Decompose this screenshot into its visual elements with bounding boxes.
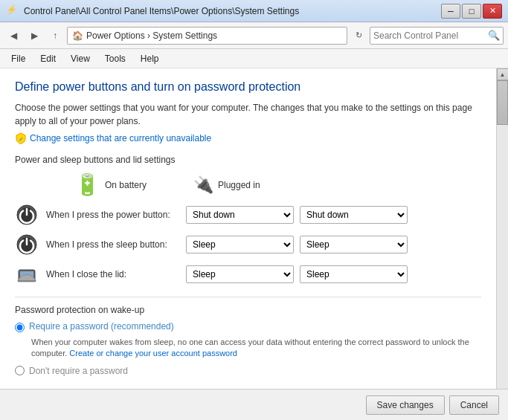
search-input[interactable] bbox=[373, 30, 486, 41]
up-button[interactable]: ↑ bbox=[46, 27, 64, 45]
sleep-button-icon bbox=[15, 233, 39, 256]
page-title: Define power buttons and turn on passwor… bbox=[15, 80, 481, 94]
require-password-radio[interactable] bbox=[15, 323, 25, 332]
power-section-title: Power and sleep buttons and lid settings bbox=[15, 155, 481, 165]
require-password-desc: When your computer wakes from sleep, no … bbox=[31, 337, 481, 360]
battery-label: On battery bbox=[105, 180, 147, 190]
maximize-button[interactable]: □ bbox=[462, 4, 481, 19]
power-button-row: When I press the power button: Do nothin… bbox=[15, 203, 481, 227]
menu-view[interactable]: View bbox=[64, 51, 97, 66]
title-bar-text: Control Panel\All Control Panel Items\Po… bbox=[24, 6, 299, 16]
no-password-option: Don't require a password bbox=[15, 366, 481, 376]
grid-header: 🔋 On battery 🔌 Plugged in bbox=[74, 172, 481, 197]
lid-row: When I close the lid: Do nothing Sleep H… bbox=[15, 262, 481, 286]
col-header-pluggedin: 🔌 Plugged in bbox=[193, 175, 312, 195]
search-icon: 🔍 bbox=[488, 30, 500, 41]
address-input[interactable]: 🏠 Power Options › System Settings bbox=[67, 27, 347, 45]
menu-help[interactable]: Help bbox=[134, 51, 166, 66]
password-section: Password protection on wake-up Require a… bbox=[15, 297, 481, 376]
require-password-option: Require a password (recommended) bbox=[15, 321, 481, 332]
menu-file[interactable]: File bbox=[4, 51, 32, 66]
battery-icon: 🔋 bbox=[74, 172, 100, 197]
sleep-button-pluggedin-select[interactable]: Do nothing Sleep Hibernate Shut down Tur… bbox=[300, 236, 408, 253]
pluggedin-icon: 🔌 bbox=[193, 175, 213, 195]
minimize-button[interactable]: ─ bbox=[441, 4, 460, 19]
breadcrumb-text: Power Options › System Settings bbox=[86, 30, 217, 41]
change-settings-link[interactable]: ✓ Change settings that are currently una… bbox=[15, 132, 481, 144]
scroll-track[interactable] bbox=[497, 80, 508, 408]
address-bar: ◀ ▶ ↑ 🏠 Power Options › System Settings … bbox=[0, 22, 508, 49]
power-button-label: When I press the power button: bbox=[46, 210, 180, 220]
change-link-text: Change settings that are currently unava… bbox=[30, 133, 211, 143]
description-text: Choose the power settings that you want … bbox=[15, 101, 481, 128]
close-button[interactable]: ✕ bbox=[483, 4, 502, 19]
lid-pluggedin-select[interactable]: Do nothing Sleep Hibernate Shut down Tur… bbox=[300, 265, 408, 283]
menu-tools[interactable]: Tools bbox=[98, 51, 132, 66]
col-header-battery: 🔋 On battery bbox=[74, 172, 193, 197]
cancel-button[interactable]: Cancel bbox=[449, 395, 499, 415]
password-section-title: Password protection on wake-up bbox=[15, 305, 481, 315]
sleep-button-row: When I press the sleep button: Do nothin… bbox=[15, 233, 481, 256]
breadcrumb-icon: 🏠 bbox=[72, 30, 83, 41]
refresh-button[interactable]: ↻ bbox=[350, 28, 367, 44]
back-button[interactable]: ◀ bbox=[4, 27, 22, 45]
forward-button[interactable]: ▶ bbox=[25, 27, 43, 45]
pluggedin-label: Plugged in bbox=[218, 180, 260, 190]
app-icon: ⚡ bbox=[6, 4, 19, 18]
power-button-icon bbox=[15, 203, 39, 227]
svg-text:✓: ✓ bbox=[19, 136, 24, 143]
settings-grid: 🔋 On battery 🔌 Plugged in bbox=[15, 172, 481, 286]
power-button-battery-select[interactable]: Do nothing Sleep Hibernate Shut down Tur… bbox=[186, 206, 294, 224]
require-password-label[interactable]: Require a password (recommended) bbox=[29, 321, 174, 332]
scrollbar[interactable]: ▲ ▼ bbox=[496, 68, 508, 420]
scroll-thumb[interactable] bbox=[497, 80, 508, 125]
no-password-label[interactable]: Don't require a password bbox=[29, 366, 128, 376]
title-bar-buttons: ─ □ ✕ bbox=[441, 4, 502, 19]
create-password-link[interactable]: Create or change your user account passw… bbox=[69, 349, 237, 358]
menu-bar: File Edit View Tools Help bbox=[0, 49, 508, 68]
menu-edit[interactable]: Edit bbox=[33, 51, 62, 66]
search-box[interactable]: 🔍 bbox=[370, 27, 504, 45]
title-bar: ⚡ Control Panel\All Control Panel Items\… bbox=[0, 0, 508, 22]
sleep-button-label: When I press the sleep button: bbox=[46, 239, 180, 250]
sleep-button-battery-select[interactable]: Do nothing Sleep Hibernate Shut down Tur… bbox=[186, 236, 294, 253]
lid-dropdowns: Do nothing Sleep Hibernate Shut down Tur… bbox=[186, 265, 408, 283]
shield-icon: ✓ bbox=[15, 132, 27, 144]
content-area: Define power buttons and turn on passwor… bbox=[0, 68, 496, 420]
power-button-dropdowns: Do nothing Sleep Hibernate Shut down Tur… bbox=[186, 206, 408, 224]
power-button-pluggedin-select[interactable]: Do nothing Sleep Hibernate Shut down Tur… bbox=[300, 206, 408, 224]
lid-icon bbox=[15, 262, 39, 286]
lid-label: When I close the lid: bbox=[46, 269, 180, 280]
lid-battery-select[interactable]: Do nothing Sleep Hibernate Shut down Tur… bbox=[186, 265, 294, 283]
main-content: Define power buttons and turn on passwor… bbox=[0, 68, 508, 420]
sleep-button-dropdowns: Do nothing Sleep Hibernate Shut down Tur… bbox=[186, 236, 408, 253]
no-password-radio[interactable] bbox=[15, 366, 25, 375]
scroll-up-button[interactable]: ▲ bbox=[497, 68, 509, 80]
save-changes-button[interactable]: Save changes bbox=[366, 395, 445, 415]
bottom-bar: Save changes Cancel bbox=[0, 389, 508, 420]
